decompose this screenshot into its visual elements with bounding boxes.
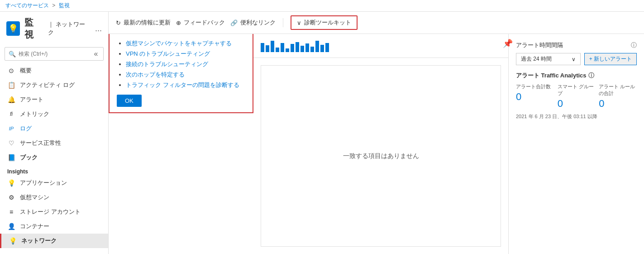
content-area: ↻ 最新の情報に更新 ⊕ フィードバック 🔗 便利なリンク ∨ 診断ツールキット (109, 12, 644, 254)
ok-button[interactable]: OK (117, 95, 142, 107)
alerts-icon: 🔔 (7, 96, 15, 103)
pin-icon[interactable]: 📌 (503, 38, 508, 48)
sidebar-item-overview[interactable]: ⊙ 概要 (0, 63, 108, 78)
stat-label: アラート合計数 (516, 83, 554, 90)
more-options[interactable]: ... (95, 24, 102, 34)
sidebar-item-logs[interactable]: IP ログ (0, 121, 108, 136)
sidebar-item-label: アラート (20, 96, 43, 104)
bar (301, 46, 304, 52)
sidebar-item-label: コンテナー (20, 222, 49, 230)
logs-icon: IP (7, 126, 15, 131)
sidebar-item-application[interactable]: 💡 アプリケーション (0, 176, 108, 190)
service-health-icon: ♡ (7, 139, 15, 147)
bar (291, 44, 294, 52)
sidebar: 💡 監視 ｜ ネットワーク ... 🔍 « ⊙ 概要 📋 アクティビティ ログ … (0, 12, 109, 254)
search-input[interactable] (19, 51, 86, 57)
no-results-text: 一致する項目はありません (343, 152, 419, 160)
sidebar-item-network[interactable]: 💡 ネットワーク (0, 234, 108, 248)
sidebar-item-label: ブック (20, 153, 38, 162)
sidebar-item-activity-log[interactable]: 📋 アクティビティ ログ (0, 78, 108, 92)
alert-time-info-icon: ⓘ (631, 41, 637, 49)
sidebar-item-alerts[interactable]: 🔔 アラート (0, 92, 108, 107)
bar-chart (261, 38, 329, 52)
new-alert-button[interactable]: + 新しいアラート (584, 53, 637, 65)
bar (276, 48, 279, 52)
diagnostics-label: 診断ツールキット (304, 19, 351, 27)
sidebar-item-vm[interactable]: ⚙ 仮想マシン (0, 190, 108, 205)
alert-stats: アラート合計数 0 スマート グループ 0 アラート ルールの合計 0 (516, 83, 637, 110)
useful-link-button[interactable]: 🔗 便利なリンク (230, 19, 276, 27)
diagnostics-button[interactable]: ∨ 診断ツールキット (291, 15, 358, 30)
bar (261, 43, 264, 52)
sidebar-item-label: ストレージ アカウント (20, 208, 81, 216)
feedback-label: フィードバック (184, 19, 225, 27)
breadcrumb-all-services[interactable]: すべてのサービス (5, 2, 49, 9)
stat-value: 0 (599, 98, 637, 110)
stat-smart-groups: スマート グループ 0 (558, 83, 596, 110)
list-item: トラフィック フィルターの問題を診断する (126, 81, 245, 89)
bar (310, 47, 314, 52)
breadcrumb: すべてのサービス > 監視 (0, 0, 644, 12)
traffic-filter-link[interactable]: トラフィック フィルターの問題を診断する (126, 81, 239, 88)
alert-time-label: アラート時間間隔 (516, 41, 563, 49)
bar (315, 41, 319, 52)
content-body: 仮想マシンでパケットをキャプチャする VPN のトラブルシューティング 接続のト… (109, 34, 644, 254)
sidebar-item-metrics[interactable]: fi メトリック (0, 107, 108, 121)
alert-time-dropdown[interactable]: 過去 24 時間 ∨ (516, 53, 581, 65)
sidebar-item-label: 概要 (20, 67, 32, 75)
stat-value: 0 (558, 98, 596, 110)
vm-icon: ⚙ (7, 194, 15, 201)
refresh-icon: ↻ (116, 19, 121, 26)
breadcrumb-monitor[interactable]: 監視 (59, 2, 70, 9)
sidebar-item-service-health[interactable]: ♡ サービス正常性 (0, 136, 108, 150)
sidebar-item-label: アクティビティ ログ (20, 81, 75, 89)
sidebar-item-label: メトリック (20, 110, 49, 118)
link-icon: 🔗 (230, 19, 238, 26)
useful-link-label: 便利なリンク (240, 19, 276, 27)
network-icon: 💡 (9, 237, 17, 244)
alert-timestamp: 2021 年 6 月 23 日、午後 03:11 以降 (516, 113, 637, 120)
sidebar-item-books[interactable]: 📘 ブック (0, 150, 108, 165)
stat-value: 0 (516, 91, 554, 103)
list-item: 接続のトラブルシューティング (126, 60, 245, 68)
list-item: 仮想マシンでパケットをキャプチャする (126, 39, 245, 48)
monitor-icon: 💡 (6, 21, 20, 36)
collapse-icon[interactable]: « (92, 49, 100, 59)
sidebar-subtitle: ｜ ネットワーク (48, 20, 89, 37)
bar (296, 42, 299, 52)
list-item: VPN のトラブルシューティング (126, 50, 245, 58)
insights-section-label: Insights (0, 165, 108, 176)
bar (305, 43, 309, 52)
stat-label: アラート ルールの合計 (599, 83, 637, 97)
stat-label: スマート グループ (558, 83, 596, 97)
sidebar-item-storage[interactable]: ≡ ストレージ アカウント (0, 205, 108, 219)
toolbar-separator (283, 18, 283, 27)
search-icon: 🔍 (9, 51, 16, 58)
sidebar-header: 💡 監視 ｜ ネットワーク ... (0, 12, 108, 45)
capture-packets-link[interactable]: 仮想マシンでパケットをキャプチャする (126, 40, 232, 47)
toolbar: ↻ 最新の情報に更新 ⊕ フィードバック 🔗 便利なリンク ∨ 診断ツールキット (109, 12, 644, 34)
search-box: 🔍 « (5, 47, 104, 61)
sidebar-item-label: サービス正常性 (20, 139, 61, 147)
next-hop-link[interactable]: 次のホップを特定する (126, 71, 185, 78)
connection-troubleshoot-link[interactable]: 接続のトラブルシューティング (126, 61, 208, 67)
stat-total-alerts: アラート合計数 0 (516, 83, 554, 110)
activity-log-icon: 📋 (7, 81, 15, 89)
sidebar-item-label: ネットワーク (21, 237, 57, 245)
diagnostics-dropdown: 仮想マシンでパケットをキャプチャする VPN のトラブルシューティング 接続のト… (109, 34, 253, 113)
list-item: 次のホップを特定する (126, 71, 245, 79)
traffic-analytics-header: アラート Traffic Analytics ⓘ (516, 72, 637, 80)
traffic-analytics-label: アラート Traffic Analytics (516, 72, 587, 80)
vpn-troubleshoot-link[interactable]: VPN のトラブルシューティング (126, 50, 210, 57)
stat-alert-rules: アラート ルールの合計 0 (599, 83, 637, 110)
overview-icon: ⊙ (7, 67, 15, 74)
feedback-button[interactable]: ⊕ フィードバック (176, 19, 225, 27)
chevron-down-icon: ∨ (297, 19, 301, 26)
sidebar-item-label: アプリケーション (20, 179, 67, 187)
refresh-button[interactable]: ↻ 最新の情報に更新 (116, 19, 171, 27)
chart-area (253, 34, 508, 58)
storage-icon: ≡ (7, 208, 15, 216)
no-results-message: 一致する項目はありません (261, 65, 501, 247)
sidebar-item-container[interactable]: 👤 コンテナー (0, 219, 108, 234)
right-panel: アラート時間間隔 ⓘ 過去 24 時間 ∨ + 新しいアラート アラート Tra… (508, 34, 644, 254)
